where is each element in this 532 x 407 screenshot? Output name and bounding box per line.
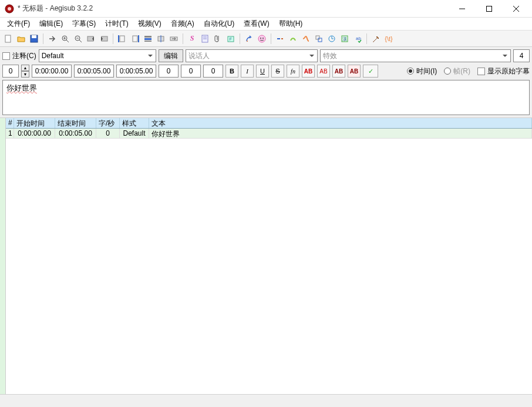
svg-text:漢: 漢 [342, 36, 347, 42]
font-button[interactable]: fn [287, 65, 299, 78]
automation-icon[interactable] [243, 33, 255, 45]
window-title: * 无标题 - Aegisub 3.2.2 [18, 4, 449, 14]
style-select[interactable]: Default [39, 49, 156, 62]
menu-automation[interactable]: 自动化(U) [199, 18, 240, 30]
color4-button[interactable]: AB [348, 65, 361, 78]
margin-vert-input[interactable]: 0 [203, 65, 223, 78]
svg-point-1 [8, 7, 11, 11]
separator [43, 33, 43, 44]
open-icon[interactable] [15, 33, 27, 45]
frame-radio[interactable] [444, 68, 451, 75]
layer-spinner[interactable]: ▲▼ [21, 65, 29, 78]
maximize-button[interactable] [476, 0, 503, 18]
svg-rect-23 [144, 38, 151, 40]
col-end[interactable]: 结束时间 [55, 118, 96, 128]
grid-gutter [0, 118, 6, 394]
translation-assistant-icon[interactable] [300, 33, 312, 45]
snap-end-icon[interactable] [129, 33, 141, 45]
effect-select[interactable]: 特效 [320, 49, 511, 62]
end-time-input[interactable]: 0:00:05.00 [74, 65, 114, 78]
comment-checkbox[interactable] [2, 52, 10, 60]
styles-manager-icon[interactable]: S [186, 33, 198, 45]
menu-help[interactable]: 帮助(H) [274, 18, 308, 30]
toolbar: S F 漢 ab {\t} [0, 31, 532, 47]
start-time-input[interactable]: 0:00:00.00 [32, 65, 72, 78]
subtitle-text-input[interactable]: 你好世界 [2, 80, 530, 115]
menu-audio[interactable]: 音频(A) [166, 18, 199, 30]
menu-video[interactable]: 视频(V) [133, 18, 166, 30]
svg-rect-3 [487, 6, 492, 11]
grid-empty-area[interactable] [6, 139, 532, 394]
svg-line-14 [79, 40, 82, 42]
shift-times-icon[interactable] [168, 33, 180, 45]
underline-button[interactable]: U [256, 65, 269, 78]
status-bar [0, 394, 532, 407]
titlebar: * 无标题 - Aegisub 3.2.2 [0, 0, 532, 18]
show-original-checkbox[interactable] [477, 68, 485, 75]
layer-input[interactable]: 0 [2, 65, 19, 78]
spellcheck-icon[interactable]: ab [352, 33, 363, 45]
col-cps[interactable]: 字/秒 [96, 118, 120, 128]
minimize-button[interactable] [449, 0, 476, 18]
assdraw-icon[interactable] [256, 33, 268, 45]
edit-style-button[interactable]: 编辑 [159, 49, 183, 62]
separator [240, 33, 240, 44]
menu-subtitle[interactable]: 字幕(S) [68, 18, 100, 30]
svg-point-33 [247, 41, 248, 42]
col-text[interactable]: 文本 [149, 118, 532, 128]
close-button[interactable] [503, 0, 530, 18]
options-icon[interactable] [370, 33, 382, 45]
zoom-in-icon[interactable] [59, 33, 71, 45]
svg-text:F: F [230, 37, 232, 41]
snap-start-icon[interactable] [116, 33, 128, 45]
video-jump-end-icon[interactable] [98, 33, 110, 45]
resample-icon[interactable] [313, 33, 325, 45]
app-icon [5, 4, 14, 14]
bold-button[interactable]: B [225, 65, 238, 78]
shift-tool-icon[interactable] [274, 33, 286, 45]
margin-left-input[interactable]: 0 [159, 65, 179, 78]
menu-view[interactable]: 查看(W) [239, 18, 274, 30]
zoom-out-icon[interactable] [72, 33, 84, 45]
color3-button[interactable]: AB [332, 65, 345, 78]
menu-timing[interactable]: 计时(T) [100, 18, 133, 30]
strikeout-button[interactable]: S [271, 65, 284, 78]
properties-icon[interactable] [199, 33, 211, 45]
color2-button[interactable]: AB [317, 65, 330, 78]
svg-rect-22 [144, 36, 151, 38]
separator [366, 33, 367, 44]
svg-line-10 [66, 40, 69, 42]
color1-button[interactable]: AB [302, 65, 315, 78]
svg-rect-18 [120, 36, 124, 42]
video-jump-start-icon[interactable] [85, 33, 97, 45]
snap-scene-icon[interactable] [155, 33, 167, 45]
separator [113, 33, 113, 44]
grid-header: # 开始时间 结束时间 字/秒 样式 文本 [6, 118, 532, 129]
menu-file[interactable]: 文件(F) [2, 18, 35, 30]
subtitle-grid: # 开始时间 结束时间 字/秒 样式 文本 1 0:00:00.00 0:00:… [0, 118, 532, 394]
table-row[interactable]: 1 0:00:00.00 0:00:05.00 0 Default 你好世界 [6, 129, 532, 139]
italic-button[interactable]: I [241, 65, 254, 78]
styling-assistant-icon[interactable] [287, 33, 299, 45]
new-icon[interactable] [2, 33, 14, 45]
jump-icon[interactable] [46, 33, 58, 45]
actor-select[interactable]: 说话人 [186, 49, 318, 62]
margin-right-input[interactable]: 0 [181, 65, 201, 78]
select-visible-icon[interactable] [142, 33, 154, 45]
col-start[interactable]: 开始时间 [14, 118, 55, 128]
svg-rect-39 [316, 36, 319, 39]
cycle-tag-hiding-icon[interactable]: {\t} [383, 33, 395, 45]
fonts-collector-icon[interactable]: F [225, 33, 237, 45]
timing-postprocessor-icon[interactable] [326, 33, 338, 45]
save-icon[interactable] [28, 33, 40, 45]
separator [183, 33, 183, 44]
kanji-timer-icon[interactable]: 漢 [339, 33, 351, 45]
svg-rect-8 [32, 35, 36, 38]
col-num[interactable]: # [6, 118, 14, 128]
time-radio[interactable] [407, 68, 414, 75]
menu-edit[interactable]: 编辑(E) [35, 18, 68, 30]
commit-button[interactable]: ✓ [363, 65, 378, 78]
col-style[interactable]: 样式 [120, 118, 149, 128]
duration-input[interactable]: 0:00:05.00 [116, 65, 156, 78]
attachments-icon[interactable] [212, 33, 224, 45]
